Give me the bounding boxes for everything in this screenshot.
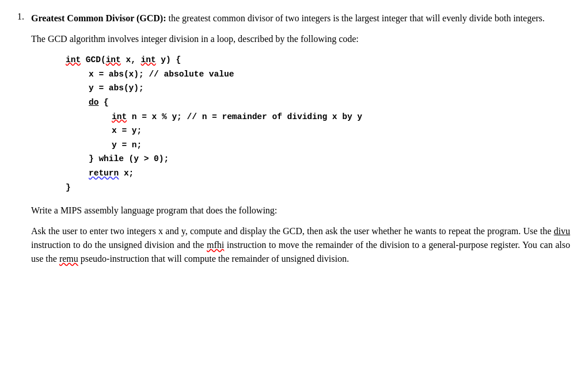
code-line-2: x = abs(x); // absolute value [89, 67, 570, 82]
numbered-item-1: 1. Greatest Common Divisor (GCD): the gr… [17, 12, 570, 273]
main-content: 1. Greatest Common Divisor (GCD): the gr… [17, 12, 570, 273]
definition-paragraph: Greatest Common Divisor (GCD): the great… [31, 12, 570, 25]
code-block: int GCD(int x, int y) { x = abs(x); // a… [66, 53, 570, 194]
code-line-3: y = abs(y); [89, 81, 570, 96]
mfhi-word: mfhi [207, 240, 224, 250]
write-mips-paragraph: Write a MIPS assembly language program t… [31, 204, 570, 217]
int-keyword-1: int [66, 55, 81, 64]
code-line-10: } [66, 181, 570, 195]
code-line-5: int n = x % y; // n = remainder of divid… [112, 110, 570, 124]
int-keyword-4: int [112, 112, 127, 121]
code-line-9: return x; [89, 166, 570, 181]
code-line-6: x = y; [112, 124, 570, 138]
code-line-8: } while (y > 0); [89, 152, 570, 166]
remu-word: remu [59, 254, 78, 264]
code-intro-text: The GCD algorithm involves integer divis… [31, 32, 570, 46]
code-line-4: do { [89, 96, 570, 110]
item-number: 1. [17, 12, 24, 273]
code-line-1: int GCD(int x, int y) { [66, 53, 570, 67]
ask-user-paragraph: Ask the user to enter two integers x and… [31, 224, 570, 266]
code-line-7: y = n; [112, 138, 570, 152]
divu-word: divu [554, 226, 570, 236]
return-keyword: return [89, 169, 119, 178]
do-keyword: do [89, 98, 98, 107]
int-keyword-2: int [106, 55, 121, 64]
int-keyword-3: int [141, 55, 156, 64]
item-1-content: Greatest Common Divisor (GCD): the great… [31, 12, 570, 273]
